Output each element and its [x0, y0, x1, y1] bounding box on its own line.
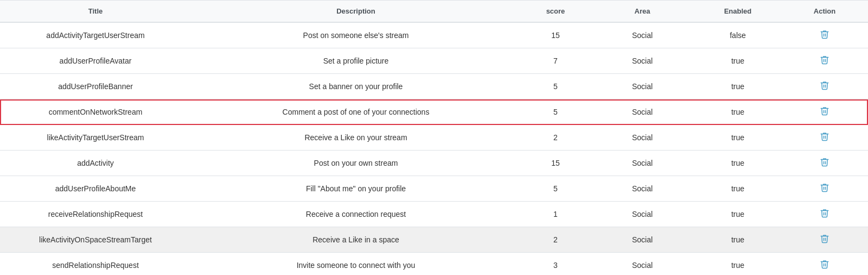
- cell-action: [781, 151, 868, 176]
- delete-button[interactable]: [820, 29, 829, 41]
- cell-enabled: true: [694, 48, 781, 74]
- cell-title: commentOnNetworkStream: [0, 99, 191, 125]
- cell-title: addUserProfileAvatar: [0, 48, 191, 74]
- cell-area: Social: [590, 202, 694, 227]
- cell-description: Comment a post of one of your connection…: [191, 99, 521, 125]
- table-row: addUserProfileAvatarSet a profile pictur…: [0, 48, 868, 74]
- table-row: commentOnNetworkStreamComment a post of …: [0, 99, 868, 125]
- cell-action: [781, 48, 868, 74]
- cell-enabled: true: [694, 74, 781, 99]
- cell-enabled: true: [694, 151, 781, 176]
- col-header-enabled: Enabled: [694, 1, 781, 23]
- delete-button[interactable]: [820, 106, 829, 118]
- cell-description: Post on your own stream: [191, 151, 521, 176]
- cell-description: Receive a connection request: [191, 202, 521, 227]
- cell-description: Set a banner on your profile: [191, 74, 521, 99]
- main-table-container: Title Description score Area Enabled Act…: [0, 0, 868, 275]
- cell-title: addActivity: [0, 151, 191, 176]
- col-header-title: Title: [0, 1, 191, 23]
- cell-score: 5: [521, 176, 590, 202]
- cell-action: [781, 253, 868, 276]
- table-row: addUserProfileAboutMeFill "About me" on …: [0, 176, 868, 202]
- cell-action: [781, 74, 868, 99]
- table-row: receiveRelationshipRequestReceive a conn…: [0, 202, 868, 227]
- cell-action: [781, 22, 868, 48]
- delete-button[interactable]: [820, 80, 829, 92]
- cell-enabled: true: [694, 253, 781, 276]
- cell-title: addUserProfileBanner: [0, 74, 191, 99]
- delete-button[interactable]: [820, 183, 829, 195]
- cell-title: receiveRelationshipRequest: [0, 202, 191, 227]
- table-row: likeActivityOnSpaceStreamTargetReceive a…: [0, 227, 868, 253]
- cell-title: addUserProfileAboutMe: [0, 176, 191, 202]
- cell-score: 5: [521, 99, 590, 125]
- delete-button[interactable]: [820, 55, 829, 67]
- cell-description: Invite someone to connect with you: [191, 253, 521, 276]
- cell-description: Receive a Like on your stream: [191, 125, 521, 151]
- cell-score: 2: [521, 227, 590, 253]
- cell-title: sendRelationshipRequest: [0, 253, 191, 276]
- cell-score: 3: [521, 253, 590, 276]
- cell-title: addActivityTargetUserStream: [0, 22, 191, 48]
- cell-description: Receive a Like in a space: [191, 227, 521, 253]
- cell-score: 15: [521, 151, 590, 176]
- cell-area: Social: [590, 48, 694, 74]
- delete-button[interactable]: [820, 208, 829, 220]
- table-row: addUserProfileBannerSet a banner on your…: [0, 74, 868, 99]
- cell-action: [781, 125, 868, 151]
- cell-title: likeActivityOnSpaceStreamTarget: [0, 227, 191, 253]
- cell-area: Social: [590, 22, 694, 48]
- data-table: Title Description score Area Enabled Act…: [0, 0, 868, 275]
- cell-area: Social: [590, 125, 694, 151]
- col-header-score: score: [521, 1, 590, 23]
- cell-area: Social: [590, 253, 694, 276]
- col-header-area: Area: [590, 1, 694, 23]
- cell-score: 7: [521, 48, 590, 74]
- table-row: addActivityPost on your own stream15Soci…: [0, 151, 868, 176]
- cell-score: 1: [521, 202, 590, 227]
- cell-area: Social: [590, 151, 694, 176]
- cell-action: [781, 227, 868, 253]
- cell-enabled: false: [694, 22, 781, 48]
- cell-enabled: true: [694, 176, 781, 202]
- delete-button[interactable]: [820, 234, 829, 246]
- cell-enabled: true: [694, 125, 781, 151]
- table-header-row: Title Description score Area Enabled Act…: [0, 1, 868, 23]
- cell-score: 15: [521, 22, 590, 48]
- cell-title: likeActivityTargetUserStream: [0, 125, 191, 151]
- cell-description: Fill "About me" on your profile: [191, 176, 521, 202]
- cell-area: Social: [590, 99, 694, 125]
- cell-area: Social: [590, 74, 694, 99]
- col-header-description: Description: [191, 1, 521, 23]
- cell-action: [781, 176, 868, 202]
- cell-enabled: true: [694, 227, 781, 253]
- cell-description: Set a profile picture: [191, 48, 521, 74]
- table-row: likeActivityTargetUserStreamReceive a Li…: [0, 125, 868, 151]
- delete-button[interactable]: [820, 157, 829, 169]
- cell-action: [781, 99, 868, 125]
- cell-area: Social: [590, 227, 694, 253]
- cell-description: Post on someone else's stream: [191, 22, 521, 48]
- cell-score: 2: [521, 125, 590, 151]
- cell-enabled: true: [694, 202, 781, 227]
- cell-area: Social: [590, 176, 694, 202]
- cell-action: [781, 202, 868, 227]
- table-row: sendRelationshipRequestInvite someone to…: [0, 253, 868, 276]
- cell-enabled: true: [694, 99, 781, 125]
- cell-score: 5: [521, 74, 590, 99]
- table-row: addActivityTargetUserStreamPost on someo…: [0, 22, 868, 48]
- delete-button[interactable]: [820, 259, 829, 271]
- col-header-action: Action: [781, 1, 868, 23]
- delete-button[interactable]: [820, 132, 829, 143]
